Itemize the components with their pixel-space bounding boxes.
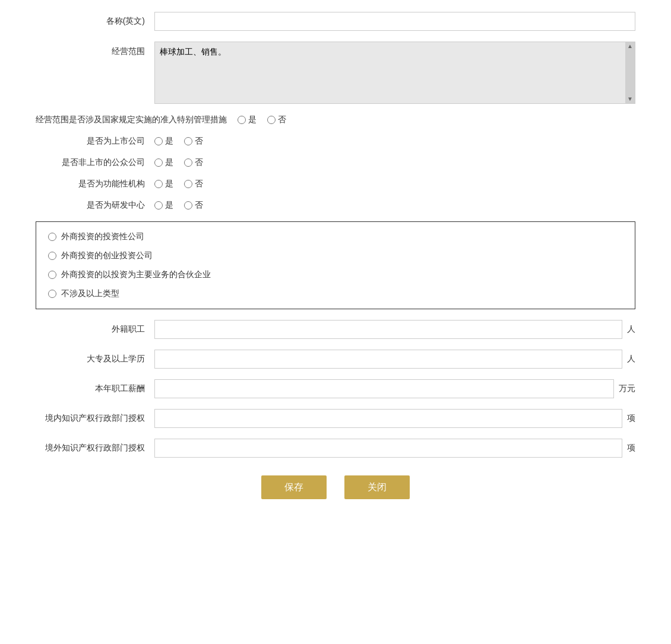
button-row: 保存 关闭 [36,475,635,499]
rd-center-row: 是否为研发中心 是 否 [36,200,635,211]
non-listed-yes-label: 是 [165,157,173,168]
listed-no-radio[interactable] [184,137,192,145]
foreign-employees-input[interactable] [154,320,622,339]
functional-yes-label: 是 [165,179,173,189]
special-management-no-label: 否 [278,115,286,125]
college-above-input[interactable] [154,350,622,369]
rd-no-label: 否 [195,200,203,211]
functional-org-row: 是否为功能性机构 是 否 [36,179,635,189]
listed-yes-label: 是 [165,136,173,147]
listed-yes[interactable]: 是 [154,136,173,147]
scroll-down-icon[interactable]: ▼ [627,96,633,102]
rd-no[interactable]: 否 [184,200,203,211]
functional-no-radio[interactable] [184,180,192,188]
domestic-ip-suffix: 项 [627,413,635,424]
rd-no-radio[interactable] [184,201,192,210]
non-listed-yes-radio[interactable] [154,158,163,167]
business-scope-wrapper: 棒球加工、销售。 ▲ ▼ [154,42,635,104]
investment-radio-3[interactable] [48,290,56,298]
non-listed-public-label: 是否非上市的公众公司 [36,157,154,168]
college-above-suffix: 人 [627,354,635,364]
rd-center-label: 是否为研发中心 [36,200,154,211]
functional-org-radio-group: 是 否 [154,179,210,189]
investment-radio-1[interactable] [48,252,56,260]
special-management-yes-radio[interactable] [238,116,246,124]
non-listed-yes[interactable]: 是 [154,157,173,168]
investment-label-0: 外商投资的投资性公司 [61,231,144,242]
rd-yes[interactable]: 是 [154,200,173,211]
close-button[interactable]: 关闭 [344,475,410,499]
special-management-no-radio[interactable] [267,116,276,124]
rd-center-radio-group: 是 否 [154,200,210,211]
investment-label-1: 外商投资的创业投资公司 [61,250,153,261]
functional-yes[interactable]: 是 [154,179,173,189]
listed-no[interactable]: 否 [184,136,203,147]
name-en-row: 各称(英文) [36,12,635,31]
save-button[interactable]: 保存 [261,475,327,499]
college-above-label: 大专及以上学历 [36,354,154,364]
investment-radio-2[interactable] [48,271,56,279]
functional-no-label: 否 [195,179,203,189]
foreign-employees-suffix: 人 [627,324,635,335]
functional-yes-radio[interactable] [154,180,163,188]
name-en-input[interactable] [154,12,635,31]
rd-yes-radio[interactable] [154,201,163,210]
foreign-ip-suffix: 项 [627,443,635,453]
investment-option-0[interactable]: 外商投资的投资性公司 [48,231,623,242]
non-listed-public-row: 是否非上市的公众公司 是 否 [36,157,635,168]
name-en-label: 各称(英文) [36,16,154,27]
annual-salary-label: 本年职工薪酬 [36,383,154,394]
special-management-yes-label: 是 [248,115,257,125]
foreign-ip-row: 境外知识产权行政部门授权 项 [36,439,635,458]
investment-label-2: 外商投资的以投资为主要业务的合伙企业 [61,269,211,280]
listed-company-radio-group: 是 否 [154,136,210,147]
business-scope-label: 经营范围 [36,42,154,57]
investment-option-1[interactable]: 外商投资的创业投资公司 [48,250,623,261]
business-scope-textarea[interactable]: 棒球加工、销售。 [155,42,635,101]
foreign-employees-label: 外籍职工 [36,324,154,335]
domestic-ip-row: 境内知识产权行政部门授权 项 [36,409,635,428]
investment-label-3: 不涉及以上类型 [61,288,119,299]
special-management-label: 经营范围是否涉及国家规定实施的准入特别管理措施 [36,115,238,125]
functional-org-label: 是否为功能性机构 [36,179,154,189]
non-listed-no-label: 否 [195,157,203,168]
non-listed-no-radio[interactable] [184,158,192,167]
investment-option-3[interactable]: 不涉及以上类型 [48,288,623,299]
listed-company-row: 是否为上市公司 是 否 [36,136,635,147]
special-management-row: 经营范围是否涉及国家规定实施的准入特别管理措施 是 否 [36,115,635,125]
scrollbar: ▲ ▼ [625,42,635,103]
annual-salary-row: 本年职工薪酬 万元 [36,379,635,398]
form-container: 各称(英文) 经营范围 棒球加工、销售。 ▲ ▼ 经营范围是否涉及国家规定实施的… [36,12,635,499]
foreign-ip-label: 境外知识产权行政部门授权 [36,443,154,453]
investment-option-2[interactable]: 外商投资的以投资为主要业务的合伙企业 [48,269,623,280]
scroll-up-icon[interactable]: ▲ [627,43,633,49]
functional-no[interactable]: 否 [184,179,203,189]
special-management-no[interactable]: 否 [267,115,286,125]
foreign-ip-input[interactable] [154,439,622,458]
domestic-ip-label: 境内知识产权行政部门授权 [36,413,154,424]
annual-salary-suffix: 万元 [619,383,635,394]
domestic-ip-input[interactable] [154,409,622,428]
special-management-yes[interactable]: 是 [238,115,257,125]
non-listed-no[interactable]: 否 [184,157,203,168]
special-management-radio-group: 是 否 [238,115,293,125]
listed-company-label: 是否为上市公司 [36,136,154,147]
listed-no-label: 否 [195,136,203,147]
investment-radio-0[interactable] [48,233,56,241]
investment-type-box: 外商投资的投资性公司 外商投资的创业投资公司 外商投资的以投资为主要业务的合伙企… [36,221,635,309]
listed-yes-radio[interactable] [154,137,163,145]
foreign-employees-row: 外籍职工 人 [36,320,635,339]
rd-yes-label: 是 [165,200,173,211]
non-listed-public-radio-group: 是 否 [154,157,210,168]
college-above-row: 大专及以上学历 人 [36,350,635,369]
annual-salary-input[interactable] [154,379,614,398]
business-scope-row: 经营范围 棒球加工、销售。 ▲ ▼ [36,42,635,104]
